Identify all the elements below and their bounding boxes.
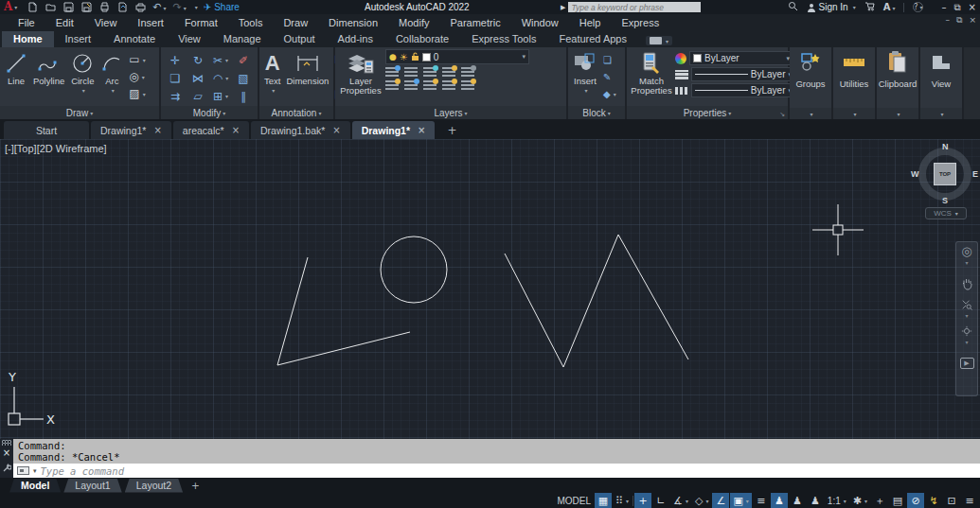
qat-customize-icon[interactable] [193, 3, 198, 11]
menu-parametric[interactable]: Parametric [439, 16, 510, 29]
app-menu-button[interactable]: A [4, 1, 17, 13]
drawing-canvas[interactable]: [-] [Top] [2D Wireframe] X Y N S W [0, 139, 980, 439]
cart-icon[interactable] [864, 1, 875, 13]
ribbon-tab-express-tools[interactable]: Express Tools [460, 31, 547, 47]
ribbon-display-button[interactable] [646, 36, 672, 45]
command-drag-handle[interactable] [2, 440, 11, 446]
panel-expand-groups[interactable] [790, 108, 831, 119]
print-icon[interactable] [134, 2, 146, 13]
menu-modify[interactable]: Modify [388, 16, 439, 29]
panel-launcher-icon[interactable]: ↘ [779, 111, 785, 118]
recent-commands-icon[interactable]: ▾ [33, 467, 37, 475]
graphics-performance-icon[interactable]: ↯ [925, 493, 942, 508]
viewcube[interactable]: N S W E TOP [916, 145, 974, 203]
search-input[interactable] [568, 2, 701, 12]
create-block-icon[interactable]: ❏ [601, 52, 618, 67]
match-properties-button[interactable]: Match Properties [630, 49, 673, 106]
layer-match-icon[interactable] [461, 67, 474, 78]
annotation-monitor-icon[interactable]: ＋ [871, 493, 888, 508]
annotation-scale-value[interactable]: 1:1 [825, 493, 849, 508]
menu-help[interactable]: Help [569, 16, 612, 29]
plot-icon[interactable] [98, 2, 110, 13]
object-snap-tracking-icon[interactable]: ∠ [712, 493, 729, 508]
file-tab-drawing1bak[interactable]: Drawing1.bak*× [251, 121, 350, 139]
lineweight-display-icon[interactable]: ≡ [753, 493, 770, 508]
ortho-mode-icon[interactable]: ∟ [652, 493, 669, 508]
showmotion-icon[interactable]: ▶ [960, 352, 974, 375]
save-as-icon[interactable] [80, 2, 92, 13]
doc-minimize-icon[interactable]: – [946, 15, 951, 26]
layer-select[interactable]: ● ☀ 0 ▾ [385, 49, 529, 64]
panel-label-draw[interactable]: Draw [0, 106, 159, 119]
workspace-switching-icon[interactable]: ✱ [850, 493, 870, 508]
fillet-icon[interactable]: ◠ [213, 71, 229, 86]
save-icon[interactable] [62, 2, 74, 13]
file-tab-drawing1-active[interactable]: Drawing1*× [352, 121, 436, 139]
new-file-icon[interactable] [27, 2, 38, 13]
menu-file[interactable]: File [8, 16, 45, 29]
sign-in-button[interactable]: Sign In [807, 2, 856, 12]
arc-button[interactable]: Arc [98, 49, 125, 106]
autoscale-icon[interactable]: ♟ [789, 493, 806, 508]
offset-icon[interactable]: ∥ [241, 89, 246, 104]
panel-label-modify[interactable]: Modify [161, 106, 258, 119]
define-attributes-icon[interactable]: ◆ [601, 86, 618, 101]
menu-dimension[interactable]: Dimension [318, 16, 388, 29]
close-tab-icon[interactable]: × [232, 125, 240, 135]
layer-walk-icon[interactable] [461, 80, 474, 91]
rectangle-tool-icon[interactable]: ▭ [127, 52, 147, 67]
new-drawing-tab-icon[interactable]: + [442, 124, 461, 139]
zoom-extents-icon[interactable]: ▾ [960, 299, 973, 322]
ribbon-tab-manage[interactable]: Manage [212, 31, 273, 47]
help-icon[interactable]: ? [913, 2, 923, 12]
panel-label-properties[interactable]: Properties↘ [627, 106, 788, 119]
circle-button[interactable]: Circle [68, 49, 97, 106]
object-color-select[interactable]: ByLayer ▾ [689, 51, 793, 65]
array-icon[interactable]: ⊞ [213, 89, 228, 104]
object-snap-icon[interactable]: ▣ [730, 493, 751, 508]
redo-icon[interactable]: ↷ [173, 1, 187, 13]
panel-view[interactable]: View [920, 47, 964, 119]
menu-insert[interactable]: Insert [127, 16, 174, 29]
ribbon-tab-collaborate[interactable]: Collaborate [384, 31, 460, 47]
orbit-icon[interactable]: ▾ [960, 325, 973, 348]
layer-make-current-icon[interactable] [404, 80, 418, 91]
layer-thaw-all-icon[interactable] [423, 80, 437, 91]
layer-unlock-all-icon[interactable] [442, 80, 455, 91]
ribbon-tab-home[interactable]: Home [2, 31, 54, 47]
move-icon[interactable]: ✛ [170, 53, 180, 68]
model-space-toggle[interactable]: MODEL [554, 493, 594, 508]
lineweight-select[interactable]: ByLayer ▾ [691, 67, 795, 81]
doc-restore-icon[interactable]: ⧉ [956, 15, 962, 26]
panel-label-block[interactable]: Block [568, 106, 625, 119]
text-button[interactable]: A Text [262, 49, 282, 106]
viewcube-west[interactable]: W [911, 169, 919, 179]
navigation-wheel-icon[interactable]: ◎▾ [961, 246, 971, 269]
wcs-selector[interactable]: WCS [925, 207, 967, 219]
copy-icon[interactable]: ❏ [170, 71, 181, 86]
open-folder-icon[interactable] [45, 2, 56, 13]
layer-unisolate-icon[interactable] [404, 67, 418, 78]
close-tab-icon[interactable]: × [418, 125, 425, 135]
panel-label-annotation[interactable]: Annotation [259, 106, 333, 119]
dimension-button[interactable]: Dimension [284, 49, 330, 106]
layout-tab-layout2[interactable]: Layout2 [125, 479, 183, 493]
layout-tab-model[interactable]: Model [9, 479, 61, 493]
edit-block-icon[interactable]: ✎ [601, 69, 618, 84]
viewcube-south[interactable]: S [942, 196, 948, 205]
isolate-objects-icon[interactable]: ⊘ [907, 493, 924, 508]
new-layout-icon[interactable]: + [186, 480, 205, 491]
quick-properties-icon[interactable]: ▤ [889, 493, 906, 508]
panel-groups[interactable]: Groups [790, 47, 833, 119]
layer-properties-button[interactable]: Layer Properties [338, 49, 383, 106]
viewcube-north[interactable]: N [942, 142, 949, 151]
viewcube-east[interactable]: E [972, 169, 978, 179]
grid-display-icon[interactable]: ▦ [595, 493, 612, 508]
publish-icon[interactable] [116, 2, 128, 13]
panel-expand-view[interactable] [920, 108, 962, 119]
close-tab-icon[interactable]: × [332, 125, 340, 135]
polyline-button[interactable]: Polyline [31, 49, 66, 106]
layer-off-icon[interactable] [385, 80, 399, 91]
menu-draw[interactable]: Draw [273, 16, 318, 29]
panel-label-layers[interactable]: Layers [335, 106, 566, 119]
